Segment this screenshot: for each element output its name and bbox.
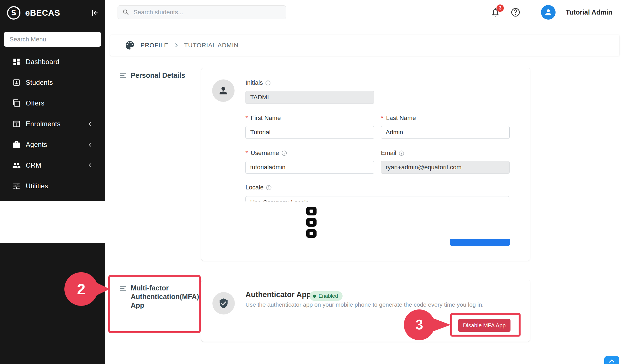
breadcrumb-current: TUTORIAL ADMIN [184, 42, 239, 49]
crm-icon [12, 161, 21, 170]
personal-details-card: Initials *First Name *Last Name *Usernam… [201, 68, 530, 261]
initials-label: Initials [245, 79, 271, 86]
menu-search-input[interactable] [4, 32, 101, 47]
chevron-down-icon [499, 200, 505, 201]
sidebar-header: S eBECAS [0, 0, 105, 26]
brand-name: eBECAS [25, 8, 60, 18]
screenshot-truncation-dots [306, 207, 317, 238]
chevron-right-icon [174, 43, 179, 48]
utilities-icon [12, 182, 21, 190]
svg-text:S: S [11, 9, 17, 17]
last-name-label: *Last Name [381, 114, 416, 122]
notifications-button[interactable]: 3 [490, 7, 500, 17]
sidebar-collapse-button[interactable] [90, 9, 99, 17]
topbar: 3 Tutorial Admin [105, 0, 623, 25]
shield-badge [212, 292, 235, 314]
sidebar-item-label: Offers [26, 99, 44, 107]
brand-logo-icon: S [6, 5, 21, 20]
personal-details-section-label: Personal Details [120, 71, 185, 80]
search-icon [122, 9, 130, 16]
locale-select[interactable]: Use Company Locale [245, 196, 509, 201]
person-icon [218, 85, 229, 96]
sidebar-search-box[interactable] [4, 32, 101, 47]
breadcrumb-profile[interactable]: PROFILE [140, 42, 168, 49]
last-name-input[interactable] [381, 126, 510, 139]
email-input[interactable] [381, 161, 510, 174]
user-name[interactable]: Tutorial Admin [566, 8, 612, 16]
students-icon [12, 78, 21, 87]
username-input[interactable] [245, 161, 374, 174]
sidebar: S eBECAS Dashboard Students Offers Enrol… [0, 0, 105, 201]
sidebar-item-students[interactable]: Students [0, 72, 105, 93]
status-text: Enabled [318, 293, 338, 299]
locale-select-clipped: Use Company Locale [245, 196, 509, 201]
locale-value: Use Company Locale [250, 199, 309, 201]
sidebar-item-enrolments[interactable]: Enrolments [0, 114, 105, 134]
sidebar-item-label: Utilities [26, 182, 48, 190]
offers-icon [12, 99, 21, 107]
scroll-to-top-widget[interactable] [604, 356, 619, 364]
sidebar-item-offers[interactable]: Offers [0, 93, 105, 114]
dashboard-icon [12, 58, 21, 66]
info-icon[interactable] [282, 151, 287, 156]
section-title: Personal Details [131, 71, 185, 80]
annotation-balloon-step3: 3 [404, 309, 435, 340]
truncation-dot [306, 207, 317, 215]
disable-mfa-button[interactable]: Disable MFA App [458, 319, 510, 332]
info-icon[interactable] [266, 185, 271, 190]
breadcrumb: PROFILE TUTORIAL ADMIN [110, 35, 619, 56]
list-icon [120, 285, 127, 292]
mfa-card-title: Authenticator App [245, 290, 311, 299]
sidebar-item-label: Dashboard [26, 58, 59, 66]
first-name-label: *First Name [245, 114, 281, 122]
palette-icon [124, 40, 135, 51]
list-icon [120, 72, 127, 79]
annotation-balloon-tail [430, 317, 451, 332]
first-name-input[interactable] [245, 126, 374, 139]
profile-avatar [212, 79, 235, 102]
info-icon[interactable] [265, 80, 271, 86]
truncation-dot [306, 229, 317, 238]
sidebar-item-utilities[interactable]: Utilities [0, 176, 105, 196]
chevron-left-icon [87, 121, 99, 127]
mfa-section-label: Multi-factor Authentication(MFA) App [120, 284, 198, 310]
truncation-dot [306, 218, 317, 227]
mfa-status-badge: Enabled [310, 291, 343, 301]
annotation-balloon-tail [93, 281, 110, 297]
status-dot-icon [313, 295, 316, 298]
sidebar-nav: Dashboard Students Offers Enrolments Age… [0, 51, 105, 196]
sidebar-item-crm[interactable]: CRM [0, 155, 105, 176]
sidebar-item-label: Enrolments [26, 120, 60, 128]
initials-input[interactable] [245, 91, 374, 104]
sidebar-item-label: CRM [26, 161, 41, 169]
chevron-up-icon [608, 358, 615, 364]
info-icon[interactable] [399, 151, 404, 156]
chevron-left-icon [87, 162, 99, 168]
chevron-left-icon [87, 142, 99, 148]
sidebar-item-label: Agents [26, 141, 47, 149]
help-button[interactable] [510, 7, 521, 17]
locale-label: Locale [245, 184, 271, 191]
sidebar-item-agents[interactable]: Agents [0, 134, 105, 155]
section-title: Multi-factor Authentication(MFA) App [131, 284, 199, 310]
enrolments-icon [12, 120, 21, 128]
update-details-button-partial[interactable] [450, 239, 510, 246]
topbar-divider [531, 6, 531, 18]
mfa-description: Use the authenticator app on your mobile… [245, 301, 484, 308]
shield-icon [218, 298, 229, 309]
mfa-card: Authenticator App Enabled Use the authen… [201, 280, 530, 342]
agents-icon [12, 140, 21, 149]
search-input[interactable] [133, 8, 281, 16]
email-label: Email [381, 149, 404, 157]
user-avatar[interactable] [541, 5, 556, 20]
person-icon [544, 8, 553, 17]
notification-badge: 3 [496, 4, 504, 12]
sidebar-item-dashboard[interactable]: Dashboard [0, 51, 105, 72]
student-search-box[interactable] [118, 5, 286, 19]
username-label: *Username [245, 149, 287, 157]
sidebar-item-label: Students [26, 79, 53, 86]
help-icon [510, 7, 521, 17]
